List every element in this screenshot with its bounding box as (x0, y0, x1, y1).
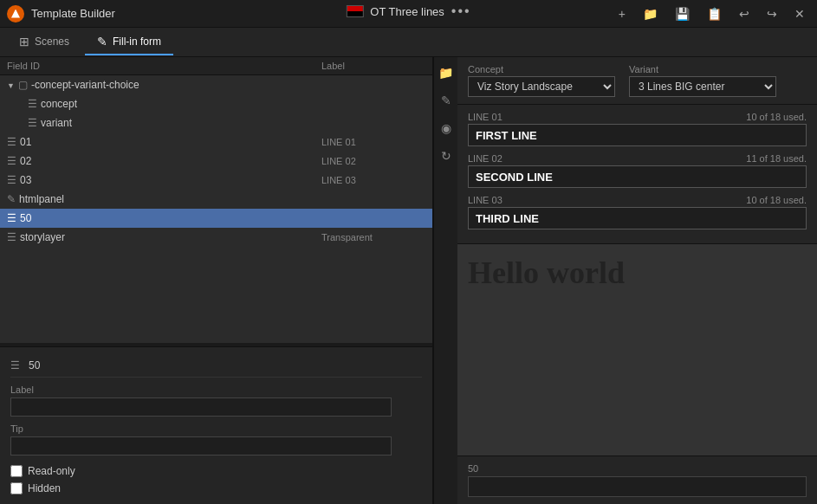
line03-count: 10 of 18 used. (746, 195, 807, 205)
tree-row[interactable]: 03 LINE 03 (0, 171, 432, 190)
concept-group: Concept Viz Story Landscape (468, 64, 615, 97)
saveas-button[interactable]: 📋 (702, 3, 727, 24)
concept-variant-row: Concept Viz Story Landscape Variant 3 Li… (457, 57, 817, 105)
close-button[interactable]: ✕ (789, 3, 810, 24)
bottom-field-section: 50 (457, 456, 817, 504)
tab-scenes[interactable]: ⊞ Scenes (7, 29, 81, 55)
label-input[interactable] (10, 397, 392, 417)
row-name: 01 (20, 136, 321, 148)
readonly-checkbox-row[interactable]: Read-only (10, 462, 422, 480)
tree-row[interactable]: variant (0, 113, 432, 132)
center-title-area: OT Three lines ••• (346, 3, 470, 19)
redo-button[interactable]: ↪ (762, 3, 782, 24)
open-button[interactable]: 📁 (638, 3, 663, 24)
tree-row[interactable]: concept (0, 94, 432, 113)
tree-row-selected[interactable]: 50 (0, 209, 432, 228)
flag-icon (346, 5, 363, 17)
tree-row[interactable]: htmlpanel (0, 190, 432, 209)
variant-select[interactable]: 3 Lines BIG center (629, 76, 776, 97)
template-title: OT Three lines (370, 5, 444, 18)
line02-id: LINE 02 (468, 153, 503, 164)
label-field-label: Label (10, 384, 422, 395)
line01-count: 10 of 18 used. (746, 112, 807, 122)
bottom-field-label: 50 (468, 463, 807, 474)
col-label-header: Label (321, 61, 425, 71)
table-header: Field ID Label (0, 57, 432, 75)
row-label: Transparent (321, 232, 425, 242)
expand-icon (7, 79, 15, 91)
line03-group: LINE 03 10 of 18 used. (468, 195, 807, 229)
tree-row[interactable]: -concept-variant-choice (0, 75, 432, 94)
tab-fillin[interactable]: ✎ Fill-in form (85, 29, 173, 55)
row-name: concept (41, 98, 321, 110)
scenes-icon: ⊞ (19, 35, 29, 48)
row-name: -concept-variant-choice (31, 79, 321, 91)
variant-group: Variant 3 Lines BIG center (629, 64, 776, 97)
tree-row[interactable]: 02 LINE 02 (0, 152, 432, 171)
tip-field-label: Tip (10, 423, 422, 434)
preview-text: Hello world (468, 255, 807, 291)
detail-field-id: 50 (29, 359, 40, 372)
hidden-label: Hidden (28, 482, 61, 494)
left-panel: Field ID Label -concept-variant-choice c… (0, 57, 433, 504)
tabbar: ⊞ Scenes ✎ Fill-in form (0, 28, 817, 57)
row-name: storylayer (20, 231, 321, 243)
hidden-checkbox-row[interactable]: Hidden (10, 480, 422, 497)
tree-row[interactable]: storylayer Transparent (0, 228, 432, 247)
row-name: htmlpanel (19, 193, 321, 205)
line01-id: LINE 01 (468, 112, 503, 122)
label-field-group: Label (10, 384, 422, 417)
tip-input[interactable] (10, 436, 392, 456)
text-icon (28, 117, 37, 129)
app-icon (7, 5, 24, 23)
concept-label: Concept (468, 64, 615, 74)
row-name: 02 (20, 155, 321, 167)
more-options-button[interactable]: ••• (451, 3, 471, 19)
folder-icon (18, 79, 28, 91)
main-area: Field ID Label -concept-variant-choice c… (0, 57, 817, 504)
readonly-label: Read-only (28, 465, 75, 477)
app-title: Template Builder (31, 7, 606, 20)
line01-header: LINE 01 10 of 18 used. (468, 112, 807, 122)
undo-button[interactable]: ↩ (734, 3, 755, 24)
row-label: LINE 01 (321, 137, 425, 147)
hidden-checkbox[interactable] (10, 482, 23, 494)
text-icon (28, 98, 37, 110)
text-icon (7, 174, 16, 186)
text-icon (7, 231, 16, 243)
line02-count: 11 of 18 used. (746, 153, 807, 164)
eye-sidebar-icon[interactable]: ◉ (438, 120, 455, 137)
line01-group: LINE 01 10 of 18 used. (468, 112, 807, 146)
line03-header: LINE 03 10 of 18 used. (468, 195, 807, 205)
lines-section: LINE 01 10 of 18 used. LINE 02 11 of 18 … (457, 105, 817, 244)
refresh-sidebar-icon[interactable]: ↻ (438, 147, 455, 165)
tab-fillin-label: Fill-in form (113, 36, 161, 48)
text-icon (7, 155, 16, 167)
detail-icon (10, 359, 20, 372)
line01-input[interactable] (468, 124, 807, 146)
row-name: 50 (20, 212, 321, 224)
right-sidebar: 📁 ✎ ◉ ↻ (433, 57, 457, 504)
tree-row[interactable]: 01 LINE 01 (0, 132, 432, 152)
row-label: LINE 02 (321, 156, 425, 166)
line03-input[interactable] (468, 207, 807, 229)
col-id-header: Field ID (7, 61, 321, 71)
row-name: 03 (20, 174, 321, 186)
line02-group: LINE 02 11 of 18 used. (468, 153, 807, 188)
edit-icon (7, 193, 16, 205)
detail-title: 50 (10, 354, 422, 378)
field-table: Field ID Label -concept-variant-choice c… (0, 57, 432, 343)
edit-sidebar-icon[interactable]: ✎ (438, 92, 455, 109)
preview-area: Hello world (457, 244, 817, 456)
tip-field-group: Tip (10, 423, 422, 456)
line02-input[interactable] (468, 165, 807, 188)
save-button[interactable]: 💾 (670, 3, 695, 24)
new-button[interactable]: + (613, 3, 631, 24)
tab-scenes-label: Scenes (35, 36, 69, 48)
readonly-checkbox[interactable] (10, 465, 23, 477)
row-label: LINE 03 (321, 175, 425, 185)
variant-label: Variant (629, 64, 776, 74)
concept-select[interactable]: Viz Story Landscape (468, 76, 615, 97)
folder-sidebar-icon[interactable]: 📁 (438, 64, 455, 81)
bottom-field-input[interactable] (468, 476, 807, 497)
